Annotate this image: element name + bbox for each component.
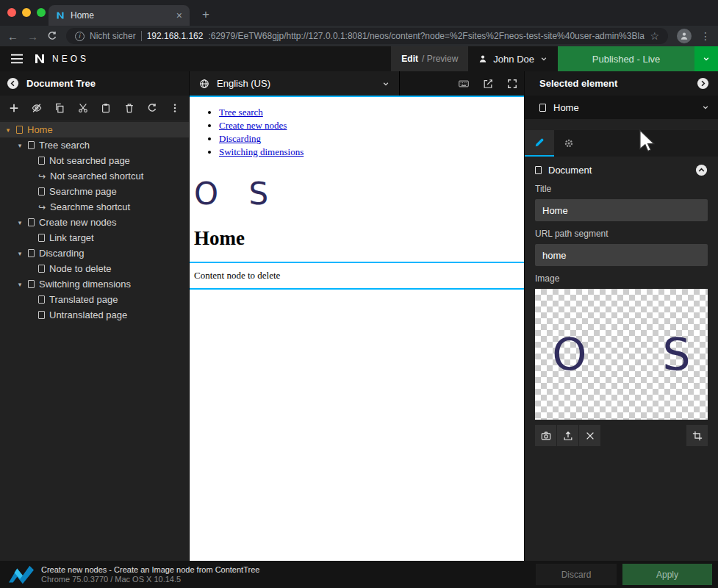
tab-settings[interactable]: [554, 130, 584, 157]
close-window-button[interactable]: [7, 8, 16, 17]
cut-node-button[interactable]: [71, 96, 94, 120]
neos-brand: NEOS: [34, 46, 101, 71]
page-link[interactable]: Tree search: [219, 107, 263, 118]
tree-node-not-searched-page[interactable]: Not searched page: [0, 153, 189, 168]
neos-topbar: NEOS Edit / Preview John Doe Published -…: [0, 46, 718, 71]
discard-button[interactable]: Discard: [536, 564, 617, 585]
edit-preview-button[interactable]: Edit / Preview: [391, 46, 468, 71]
gear-icon: [564, 138, 574, 148]
url-path: :62979/EeTW68gjp/http://127.0.0.1:8081/n…: [208, 31, 645, 41]
content-frame: Tree search Create new nodes Discarding …: [190, 96, 524, 561]
tree-node-not-searched-shortcut[interactable]: ↪ Not searched shortcut: [0, 168, 189, 184]
content-column: English (US) Tree search Create new node…: [190, 71, 525, 561]
tree-node-home[interactable]: ▾ Home: [0, 122, 189, 137]
expand-toggle-icon[interactable]: ▾: [16, 142, 24, 149]
menu-toggle-button[interactable]: [0, 46, 34, 71]
neos-footer-logo: [9, 565, 34, 584]
document-tree: ▾ Home ▾ Tree search Not searched page ↪…: [0, 120, 189, 561]
tab-close-icon[interactable]: ×: [176, 10, 182, 21]
upload-image-button[interactable]: [557, 425, 578, 446]
page-heading[interactable]: Home: [194, 227, 524, 250]
refresh-tree-button[interactable]: [140, 96, 163, 120]
minimize-window-button[interactable]: [22, 8, 31, 17]
zoom-window-button[interactable]: [37, 8, 46, 17]
document-icon: [38, 265, 45, 273]
add-node-button[interactable]: [2, 96, 25, 120]
fullscreen-button[interactable]: [500, 71, 524, 96]
browser-menu-icon[interactable]: ⋮: [700, 30, 711, 42]
browser-tab[interactable]: Home ×: [49, 5, 190, 26]
tree-node-label: Tree search: [39, 140, 90, 151]
expand-toggle-icon[interactable]: ▾: [16, 250, 24, 257]
tree-node-create-new-nodes[interactable]: ▾ Create new nodes: [0, 215, 189, 230]
status-footer: Create new nodes - Create an Image node …: [0, 561, 718, 588]
chevron-down-icon: [382, 80, 389, 87]
page-link[interactable]: Discarding: [219, 133, 261, 144]
collapse-section-icon[interactable]: [695, 164, 708, 176]
expand-toggle-icon[interactable]: ▾: [4, 126, 12, 134]
tree-more-menu-button[interactable]: [164, 96, 187, 120]
crop-image-button[interactable]: [686, 425, 708, 446]
title-input[interactable]: [535, 199, 708, 221]
publish-dropdown-button[interactable]: [694, 46, 718, 71]
user-menu[interactable]: John Doe: [468, 46, 558, 71]
selected-content-node[interactable]: Content node to delete: [190, 262, 524, 290]
user-name: John Doe: [493, 54, 534, 65]
paste-node-button[interactable]: [95, 96, 118, 120]
hide-node-button[interactable]: [25, 96, 48, 120]
content-topbar: English (US): [190, 71, 524, 96]
tab-edit[interactable]: [525, 130, 554, 157]
footer-actions: Discard Apply: [536, 564, 712, 585]
expand-toggle-icon[interactable]: ▾: [16, 281, 24, 288]
site-logo-image[interactable]: O S: [194, 179, 524, 209]
document-tree-panel: Document Tree ▾ Home ▾ Tree search: [0, 71, 190, 561]
tree-node-link-target[interactable]: Link target: [0, 230, 189, 245]
reload-icon[interactable]: [47, 31, 57, 41]
title-field-label: Title: [535, 184, 708, 194]
tree-node-label: Node to delete: [49, 263, 112, 274]
tree-node-searchme-shortcut[interactable]: ↪ Searchme shortcut: [0, 199, 189, 215]
tree-node-tree-search[interactable]: ▾ Tree search: [0, 137, 189, 153]
chevron-down-icon: [702, 104, 709, 111]
list-item: Tree search: [219, 107, 524, 118]
security-label: Nicht sicher: [90, 31, 136, 41]
inspector-body: Document Title URL path segment Image O …: [525, 157, 718, 446]
bookmark-star-icon[interactable]: ☆: [650, 30, 659, 42]
page-link[interactable]: Create new nodes: [219, 120, 287, 131]
browser-profile-avatar[interactable]: [677, 29, 692, 43]
document-section-header[interactable]: Document: [535, 164, 708, 176]
tree-node-searchme-page[interactable]: Searchme page: [0, 184, 189, 199]
address-bar[interactable]: i Nicht sicher 192.168.1.162 :62979/EeTW…: [66, 28, 668, 44]
open-in-new-window-button[interactable]: [475, 71, 500, 96]
user-icon: [478, 54, 487, 63]
url-path-input[interactable]: [535, 244, 708, 266]
document-icon: [28, 280, 35, 288]
forward-icon[interactable]: →: [27, 31, 38, 42]
tree-node-translated-page[interactable]: Translated page: [0, 292, 189, 307]
media-browser-button[interactable]: [535, 425, 556, 446]
collapse-panel-icon[interactable]: [7, 77, 19, 90]
tree-node-label: Not searched shortcut: [50, 171, 143, 182]
back-icon[interactable]: ←: [7, 31, 18, 42]
image-thumbnail[interactable]: O S: [535, 289, 708, 420]
language-dimension-select[interactable]: English (US): [190, 71, 400, 96]
new-tab-button[interactable]: +: [197, 6, 215, 24]
copy-node-button[interactable]: [49, 96, 71, 120]
inspector-tabs: [525, 130, 718, 157]
selected-node-dropdown[interactable]: Home: [525, 96, 718, 119]
publish-button[interactable]: Published - Live: [558, 46, 694, 71]
tree-node-node-to-delete[interactable]: Node to delete: [0, 261, 189, 276]
page-link[interactable]: Switching dimensions: [219, 146, 304, 157]
list-item: Discarding: [219, 133, 524, 145]
tree-node-untranslated-page[interactable]: Untranslated page: [0, 307, 189, 323]
expand-toggle-icon[interactable]: ▾: [16, 219, 24, 226]
document-icon: [38, 311, 45, 319]
tree-node-switching-dimensions[interactable]: ▾ Switching dimensions: [0, 276, 189, 292]
tree-node-discarding[interactable]: ▾ Discarding: [0, 245, 189, 261]
remove-image-button[interactable]: [579, 425, 600, 446]
delete-node-button[interactable]: [118, 96, 140, 120]
site-info-icon[interactable]: i: [75, 32, 85, 41]
collapse-inspector-icon[interactable]: [697, 77, 709, 90]
apply-button[interactable]: Apply: [622, 564, 712, 585]
keyboard-shortcuts-button[interactable]: [451, 71, 475, 96]
